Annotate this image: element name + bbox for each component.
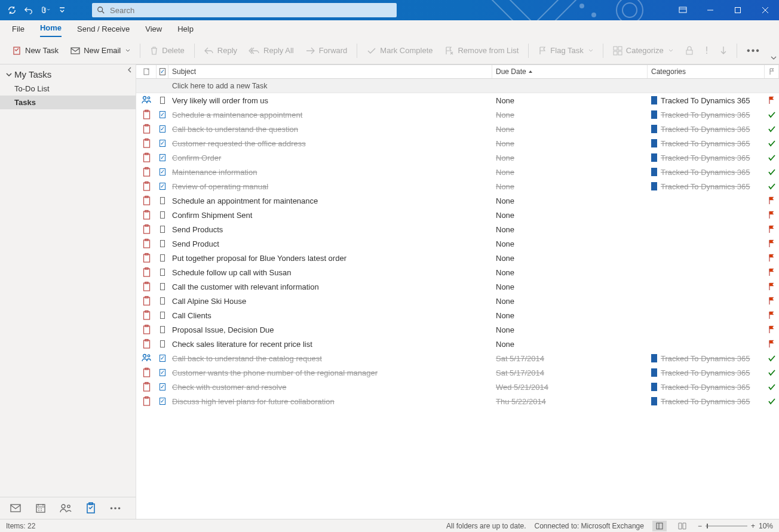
task-flag-icon[interactable] xyxy=(765,93,779,107)
menu-file[interactable]: File xyxy=(12,22,24,37)
task-complete-checkbox[interactable] xyxy=(157,251,168,265)
task-complete-checkbox[interactable] xyxy=(157,165,168,179)
task-complete-checkbox[interactable] xyxy=(157,365,168,380)
ribbon-expand-icon[interactable] xyxy=(771,54,777,63)
task-row[interactable]: Confirm OrderNoneTracked To Dynamics 365 xyxy=(136,150,779,165)
private-button[interactable] xyxy=(680,41,698,60)
view-reading-icon[interactable] xyxy=(675,521,689,531)
task-row[interactable]: Send ProductsNone xyxy=(136,222,779,236)
task-complete-checkbox[interactable] xyxy=(157,107,168,122)
task-row[interactable]: Check sales literature for recent price … xyxy=(136,337,779,351)
sidebar-item-tasks[interactable]: Tasks xyxy=(0,96,136,109)
task-row[interactable]: Call Alpine Ski HouseNone xyxy=(136,294,779,308)
menu-view[interactable]: View xyxy=(145,22,162,37)
task-complete-checkbox[interactable] xyxy=(157,93,168,107)
delete-button[interactable]: Delete xyxy=(145,41,189,60)
task-row[interactable]: Confirm Shipment SentNone xyxy=(136,208,779,222)
task-row[interactable]: Schedule a maintenance appointmentNoneTr… xyxy=(136,107,779,122)
task-complete-checkbox[interactable] xyxy=(157,122,168,136)
task-flag-icon[interactable] xyxy=(765,165,779,179)
remove-from-list-button[interactable]: Remove from List xyxy=(440,41,523,60)
importance-low-button[interactable] xyxy=(715,41,732,60)
task-flag-icon[interactable] xyxy=(765,337,779,351)
task-complete-checkbox[interactable] xyxy=(157,337,168,351)
add-task-row[interactable]: Click here to add a new Task xyxy=(136,79,779,93)
task-flag-icon[interactable] xyxy=(765,236,779,251)
zoom-in-icon[interactable]: + xyxy=(751,522,755,530)
task-complete-checkbox[interactable] xyxy=(157,136,168,150)
task-row[interactable]: Call back to understand the catalog requ… xyxy=(136,351,779,365)
task-flag-icon[interactable] xyxy=(765,179,779,193)
task-complete-checkbox[interactable] xyxy=(157,150,168,165)
task-row[interactable]: Call back to understand the questionNone… xyxy=(136,122,779,136)
task-flag-icon[interactable] xyxy=(765,351,779,365)
reply-all-button[interactable]: Reply All xyxy=(244,41,299,60)
task-flag-icon[interactable] xyxy=(765,208,779,222)
task-flag-icon[interactable] xyxy=(765,193,779,208)
task-complete-checkbox[interactable] xyxy=(157,308,168,322)
task-complete-checkbox[interactable] xyxy=(157,322,168,337)
nav-more-icon[interactable]: ••• xyxy=(110,502,122,514)
task-flag-icon[interactable] xyxy=(765,107,779,122)
forward-button[interactable]: Forward xyxy=(301,41,352,60)
col-header-complete[interactable] xyxy=(157,65,168,78)
task-flag-icon[interactable] xyxy=(765,308,779,322)
task-complete-checkbox[interactable] xyxy=(157,380,168,394)
new-email-button[interactable]: New Email xyxy=(66,41,135,60)
task-row[interactable]: Call ClientsNone xyxy=(136,308,779,322)
task-complete-checkbox[interactable] xyxy=(157,236,168,251)
col-header-subject[interactable]: Subject xyxy=(168,65,492,78)
task-row[interactable]: Discuss high level plans for future coll… xyxy=(136,394,779,408)
qat-customize-icon[interactable] xyxy=(56,4,68,16)
task-row[interactable]: Schedule an appointment for maintenanceN… xyxy=(136,193,779,208)
sidebar-item-todo-list[interactable]: To-Do List xyxy=(0,82,136,96)
task-row[interactable]: Put together proposal for Blue Yonders l… xyxy=(136,251,779,265)
minimize-icon[interactable] xyxy=(697,0,724,20)
nav-people-icon[interactable] xyxy=(60,502,72,514)
menu-help[interactable]: Help xyxy=(177,22,194,37)
new-task-button[interactable]: New Task xyxy=(7,41,63,60)
task-flag-icon[interactable] xyxy=(765,380,779,394)
close-icon[interactable] xyxy=(752,0,779,20)
undo-icon[interactable] xyxy=(23,4,35,16)
task-complete-checkbox[interactable] xyxy=(157,351,168,365)
view-normal-icon[interactable] xyxy=(652,521,667,531)
search-input[interactable] xyxy=(110,6,392,15)
task-complete-checkbox[interactable] xyxy=(157,222,168,236)
flag-task-button[interactable]: Flag Task xyxy=(533,41,597,60)
nav-calendar-icon[interactable] xyxy=(35,502,47,514)
task-row[interactable]: Customer wants the phone number of the r… xyxy=(136,365,779,380)
zoom-control[interactable]: − + 10% xyxy=(698,522,773,530)
nav-tasks-icon[interactable] xyxy=(85,502,97,514)
search-box[interactable] xyxy=(92,3,397,17)
task-complete-checkbox[interactable] xyxy=(157,193,168,208)
sync-icon[interactable] xyxy=(6,4,18,16)
task-flag-icon[interactable] xyxy=(765,122,779,136)
reply-button[interactable]: Reply xyxy=(200,41,242,60)
maximize-icon[interactable] xyxy=(724,0,752,20)
task-flag-icon[interactable] xyxy=(765,322,779,337)
menu-send-receive[interactable]: Send / Receive xyxy=(77,22,130,37)
task-complete-checkbox[interactable] xyxy=(157,265,168,279)
task-complete-checkbox[interactable] xyxy=(157,394,168,408)
task-complete-checkbox[interactable] xyxy=(157,294,168,308)
task-flag-icon[interactable] xyxy=(765,279,779,294)
col-header-due-date[interactable]: Due Date xyxy=(492,65,648,78)
task-row[interactable]: Call the customer with relevant informat… xyxy=(136,279,779,294)
task-row[interactable]: Customer requested the office addressNon… xyxy=(136,136,779,150)
task-complete-checkbox[interactable] xyxy=(157,179,168,193)
task-flag-icon[interactable] xyxy=(765,150,779,165)
col-header-categories[interactable]: Categories xyxy=(648,65,765,78)
task-flag-icon[interactable] xyxy=(765,136,779,150)
task-flag-icon[interactable] xyxy=(765,365,779,380)
task-row[interactable]: Review of operating manualNoneTracked To… xyxy=(136,179,779,193)
task-row[interactable]: Very likely will order from usNoneTracke… xyxy=(136,93,779,107)
task-flag-icon[interactable] xyxy=(765,394,779,408)
task-flag-icon[interactable] xyxy=(765,251,779,265)
col-header-flag[interactable] xyxy=(765,65,779,78)
task-row[interactable]: Maintenance informationNoneTracked To Dy… xyxy=(136,165,779,179)
task-complete-checkbox[interactable] xyxy=(157,279,168,294)
menu-home[interactable]: Home xyxy=(40,21,62,37)
my-tasks-header[interactable]: My Tasks xyxy=(0,64,136,82)
zoom-slider[interactable] xyxy=(706,525,747,527)
